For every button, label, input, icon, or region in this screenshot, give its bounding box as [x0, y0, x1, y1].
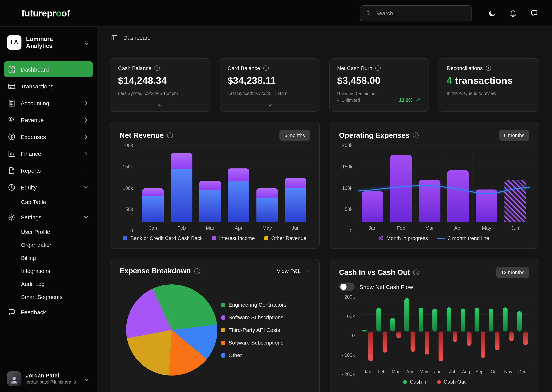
- cash-in-bar-jul[interactable]: [447, 307, 451, 331]
- legend-item: Cash In: [403, 379, 428, 385]
- cash-in-bar-may[interactable]: [418, 308, 423, 331]
- y-axis: 200k150k100k50k0: [120, 146, 136, 231]
- stacked-bar-may[interactable]: [256, 188, 278, 222]
- expand-chevron-icon[interactable]: [228, 102, 312, 108]
- sidebar-item-finance[interactable]: Finance: [4, 146, 93, 161]
- notifications-button[interactable]: [509, 9, 517, 17]
- sidebar-item-dashboard[interactable]: Dashboard: [4, 61, 93, 77]
- cashflow-plot: [361, 297, 529, 366]
- cash-in-bar-sept[interactable]: [475, 308, 479, 331]
- bar-cell-jun: [501, 146, 529, 222]
- cash-out-bar-jul[interactable]: [453, 331, 457, 342]
- stacked-bar-jan[interactable]: [142, 188, 164, 222]
- toggle-label: Show Net Cash Flow: [359, 283, 413, 290]
- cash-back-segment: [171, 169, 192, 222]
- info-icon[interactable]: [376, 65, 381, 71]
- stat-subtitle: Last Synced: 02/23/45 1:34pm: [228, 91, 312, 96]
- chevron-updown-icon: [83, 375, 90, 382]
- sidebar-item-equity[interactable]: Equity: [4, 179, 93, 195]
- sidebar-subitem-user-profile[interactable]: User Profile: [4, 226, 93, 238]
- user-menu[interactable]: Jordan Patel jordan.patel@luminara.io: [4, 367, 93, 387]
- expense-pie-chart[interactable]: [126, 284, 217, 376]
- stacked-bar-feb[interactable]: [171, 153, 192, 222]
- info-icon[interactable]: [194, 268, 200, 274]
- cash-in-bar-apr[interactable]: [404, 298, 409, 331]
- cash-in-bar-jun[interactable]: [433, 308, 437, 331]
- cash-out-bar-jan[interactable]: [368, 331, 373, 361]
- sidebar-subitem-organization[interactable]: Organization: [4, 239, 93, 251]
- cash-in-bar-jan[interactable]: [362, 329, 367, 331]
- sidebar-item-revenue[interactable]: Revenue: [4, 112, 93, 128]
- cash-out-bar-nov[interactable]: [509, 331, 514, 341]
- stacked-bar-mar[interactable]: [199, 181, 221, 222]
- sidebar-subitem-integrations[interactable]: Integrations: [4, 265, 93, 277]
- expense-bar-may[interactable]: [476, 189, 497, 222]
- cash-out-bar-jun[interactable]: [439, 331, 443, 361]
- cash-out-bar-feb[interactable]: [382, 331, 387, 353]
- period-selector[interactable]: 6 months: [499, 130, 529, 141]
- legend-item: Third-Party API Costs: [221, 327, 308, 333]
- stat-title: Reconciliations: [447, 65, 483, 71]
- expense-bar-apr[interactable]: [447, 170, 469, 222]
- cash-out-bar-apr[interactable]: [411, 331, 415, 352]
- sidebar-subitem-billing[interactable]: Billing: [4, 252, 93, 264]
- sidebar-item-transactions[interactable]: Transactions: [4, 78, 93, 94]
- cash-in-bar-aug[interactable]: [461, 308, 465, 331]
- cash-out-bar-dec[interactable]: [523, 331, 528, 345]
- legend-swatch: [379, 236, 383, 240]
- topbar-actions: [488, 9, 538, 17]
- expense-bar-mar[interactable]: [419, 180, 440, 222]
- info-icon[interactable]: [413, 133, 419, 138]
- view-pl-link[interactable]: View P&L: [277, 268, 310, 274]
- stacked-bar-apr[interactable]: [228, 168, 249, 222]
- logo-text: futurepr: [22, 8, 56, 18]
- stacked-bar-jun[interactable]: [285, 178, 306, 222]
- expense-bar-jan[interactable]: [362, 191, 383, 222]
- cash-in-bar-feb[interactable]: [376, 308, 381, 331]
- cash-in-bar-oct[interactable]: [489, 308, 493, 331]
- info-icon[interactable]: [486, 65, 491, 71]
- cash-out-bar-sept[interactable]: [481, 331, 486, 358]
- info-icon[interactable]: [414, 269, 419, 275]
- period-selector[interactable]: 6 months: [279, 130, 310, 141]
- net-cash-flow-toggle[interactable]: [339, 282, 354, 291]
- cash-in-bar-mar[interactable]: [390, 318, 395, 331]
- company-selector[interactable]: LA Luminara Analytics: [4, 33, 93, 52]
- cash-in-bar-dec[interactable]: [517, 311, 522, 331]
- sidebar-item-settings[interactable]: Settings: [4, 209, 93, 225]
- stat-subtitle: In the AI Queue to review: [447, 91, 531, 96]
- avatar: [7, 371, 22, 386]
- sidebar-subitem-audit-log[interactable]: Audit Log: [4, 278, 93, 290]
- legend-item: Month in progress: [379, 235, 428, 241]
- expense-bar-jun[interactable]: [504, 180, 526, 222]
- period-selector[interactable]: 12 months: [496, 267, 529, 278]
- dark-mode-toggle[interactable]: [488, 9, 496, 17]
- sidebar-item-expenses[interactable]: Expenses: [4, 129, 93, 145]
- legend-swatch: [403, 380, 407, 384]
- info-icon[interactable]: [263, 65, 269, 71]
- app-logo[interactable]: futureproof: [22, 8, 70, 19]
- cash-out-bar-may[interactable]: [425, 331, 429, 355]
- cash-in-bar-nov[interactable]: [503, 307, 508, 331]
- sidebar-item-label: Expenses: [21, 133, 46, 140]
- messages-button[interactable]: [530, 9, 538, 17]
- stat-value: 4 transactions: [447, 75, 531, 86]
- search-input[interactable]: [376, 10, 466, 16]
- cash-out-bar-mar[interactable]: [397, 331, 401, 339]
- bar-cell-jan: [139, 146, 167, 222]
- legend-swatch: [221, 353, 225, 357]
- sidebar-subitem-cap-table[interactable]: Cap Table: [4, 196, 93, 208]
- search-box[interactable]: [360, 5, 472, 21]
- sidebar-subitem-smart-segments[interactable]: Smart Segments: [4, 291, 93, 303]
- legend-item: Software Subscriptions: [221, 314, 308, 320]
- expense-bar-feb[interactable]: [390, 155, 412, 222]
- expand-chevron-icon[interactable]: [118, 102, 202, 108]
- info-icon[interactable]: [154, 65, 160, 71]
- cash-out-bar-oct[interactable]: [495, 331, 500, 350]
- sidebar-item-reports[interactable]: Reports: [4, 162, 93, 178]
- cash-out-bar-aug[interactable]: [467, 331, 472, 346]
- info-icon[interactable]: [167, 133, 173, 138]
- sidebar-toggle-icon[interactable]: [111, 34, 118, 41]
- sidebar-item-feedback[interactable]: Feedback: [4, 304, 93, 320]
- sidebar-item-accounting[interactable]: Accounting: [4, 95, 93, 111]
